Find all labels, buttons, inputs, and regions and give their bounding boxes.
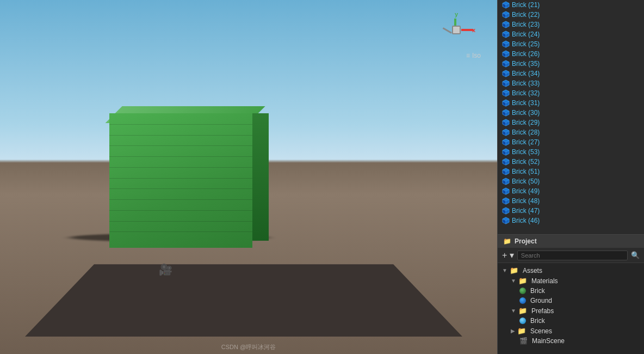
hierarchy-item[interactable]: Brick (23): [498, 20, 644, 29]
hierarchy-item-label: Brick (22): [512, 11, 540, 19]
cube-icon: [502, 129, 510, 136]
hierarchy-item[interactable]: Brick (33): [498, 78, 644, 88]
hierarchy-item-label: Brick (48): [512, 197, 540, 205]
hierarchy-item[interactable]: Brick (30): [498, 108, 644, 118]
cube-icon: [502, 148, 510, 156]
cube-icon: [502, 168, 510, 175]
folder-icon: 📁: [518, 277, 527, 285]
project-tree[interactable]: ▼📁Assets▼📁MaterialsBrickGround▼📁PrefabsB…: [498, 263, 644, 354]
project-header: 📁 Project: [498, 235, 644, 248]
green-brick-object[interactable]: [109, 106, 268, 248]
cube-icon: [502, 60, 510, 68]
scene-gizmo[interactable]: y x: [437, 11, 475, 49]
hierarchy-item[interactable]: Brick (28): [498, 127, 644, 137]
project-tree-item[interactable]: ▼📁Assets: [498, 265, 644, 276]
hierarchy-item-label: Brick (47): [512, 207, 540, 215]
gizmo-z-arm: [443, 27, 452, 34]
cube-icon: [502, 99, 510, 107]
hierarchy-item-label: Brick (29): [512, 119, 540, 126]
project-toolbar: + ▾ 🔍: [498, 248, 644, 263]
hierarchy-item-label: Brick (51): [512, 168, 540, 175]
cube-icon: [502, 30, 510, 38]
cube-icon: [502, 11, 510, 19]
folder-icon: 📁: [517, 327, 526, 335]
cube-icon: [502, 187, 510, 195]
project-tree-item-label: MainScene: [532, 337, 565, 345]
hierarchy-item[interactable]: Brick (34): [498, 69, 644, 78]
cube-icon: [502, 50, 510, 58]
gizmo-y-label: y: [455, 11, 458, 17]
project-tree-item-label: Brick: [530, 287, 545, 295]
hierarchy-item-label: Brick (35): [512, 60, 540, 68]
project-tree-item[interactable]: ▼📁Prefabs: [498, 306, 644, 316]
hierarchy-panel[interactable]: Brick (21) Brick (22) Brick (23) Brick (…: [498, 0, 644, 234]
hierarchy-item-label: Brick (33): [512, 80, 540, 87]
cube-icon: [502, 207, 510, 215]
hierarchy-item-label: Brick (23): [512, 21, 540, 28]
cube-icon: [502, 197, 510, 205]
hierarchy-item[interactable]: Brick (48): [498, 196, 644, 206]
hierarchy-item[interactable]: Brick (31): [498, 98, 644, 108]
project-tree-item[interactable]: Brick: [498, 286, 644, 296]
hierarchy-item[interactable]: Brick (25): [498, 39, 644, 49]
cube-icon: [502, 70, 510, 77]
scene-icon: 🎬: [519, 337, 528, 345]
3d-scene[interactable]: 🎥 y x ≡ Iso CSDN @呼叫冰河谷: [0, 0, 497, 354]
hierarchy-item[interactable]: Brick (53): [498, 147, 644, 157]
prefab-icon: [519, 318, 526, 324]
cube-icon: [502, 89, 510, 97]
hierarchy-item-label: Brick (32): [512, 89, 540, 97]
hierarchy-item[interactable]: Brick (50): [498, 176, 644, 186]
right-panel: Brick (21) Brick (22) Brick (23) Brick (…: [497, 0, 644, 354]
project-add-button[interactable]: + ▾: [502, 250, 514, 260]
folder-arrow-icon: ▼: [511, 308, 516, 314]
project-tree-item[interactable]: Ground: [498, 296, 644, 306]
iso-label: ≡ Iso: [466, 52, 481, 59]
hierarchy-item[interactable]: Brick (21): [498, 0, 644, 10]
hierarchy-item[interactable]: Brick (46): [498, 216, 644, 225]
hierarchy-item[interactable]: Brick (51): [498, 167, 644, 176]
watermark: CSDN @呼叫冰河谷: [221, 343, 276, 351]
cube-icon: [502, 21, 510, 28]
viewport: 🎥 y x ≡ Iso CSDN @呼叫冰河谷: [0, 0, 497, 354]
hierarchy-item-label: Brick (49): [512, 187, 540, 195]
cube-icon: [502, 1, 510, 9]
hierarchy-item[interactable]: Brick (49): [498, 186, 644, 196]
search-icon: 🔍: [631, 251, 640, 259]
project-tree-item[interactable]: 🎬MainScene: [498, 336, 644, 346]
folder-arrow-icon: ▼: [511, 278, 516, 284]
hierarchy-item[interactable]: Brick (32): [498, 88, 644, 98]
gizmo-center: [452, 26, 461, 34]
cube-icon: [502, 138, 510, 146]
hierarchy-item-label: Brick (24): [512, 30, 540, 38]
hierarchy-item[interactable]: Brick (35): [498, 59, 644, 69]
hierarchy-item[interactable]: Brick (52): [498, 157, 644, 167]
project-tree-item[interactable]: ▶📁Scenes: [498, 326, 644, 336]
hierarchy-item[interactable]: Brick (22): [498, 10, 644, 20]
project-tree-item-label: Scenes: [530, 327, 552, 335]
project-tree-item-label: Brick: [530, 317, 545, 325]
material-green-icon: [519, 288, 526, 294]
gizmo-x-label: x: [472, 27, 475, 33]
hierarchy-item-label: Brick (30): [512, 109, 540, 117]
folder-arrow-icon: ▶: [511, 328, 515, 334]
hierarchy-item-label: Brick (34): [512, 70, 540, 77]
hierarchy-item[interactable]: Brick (24): [498, 29, 644, 39]
hierarchy-item[interactable]: Brick (29): [498, 118, 644, 127]
hierarchy-item[interactable]: Brick (27): [498, 137, 644, 147]
project-tree-item[interactable]: Brick: [498, 316, 644, 326]
cube-icon: [502, 217, 510, 224]
hierarchy-item-label: Brick (53): [512, 148, 540, 156]
project-tree-item-label: Ground: [530, 297, 552, 304]
hierarchy-item-label: Brick (50): [512, 178, 540, 185]
camera-icon: 🎥: [159, 263, 172, 276]
hierarchy-item-label: Brick (26): [512, 50, 540, 58]
hierarchy-item[interactable]: Brick (26): [498, 49, 644, 59]
hierarchy-item-label: Brick (21): [512, 1, 540, 9]
project-search-input[interactable]: [517, 251, 628, 260]
project-tree-item-label: Prefabs: [531, 307, 554, 315]
project-tree-item[interactable]: ▼📁Materials: [498, 276, 644, 286]
hierarchy-item[interactable]: Brick (47): [498, 206, 644, 216]
cube-icon: [502, 158, 510, 166]
hierarchy-item-label: Brick (52): [512, 158, 540, 166]
